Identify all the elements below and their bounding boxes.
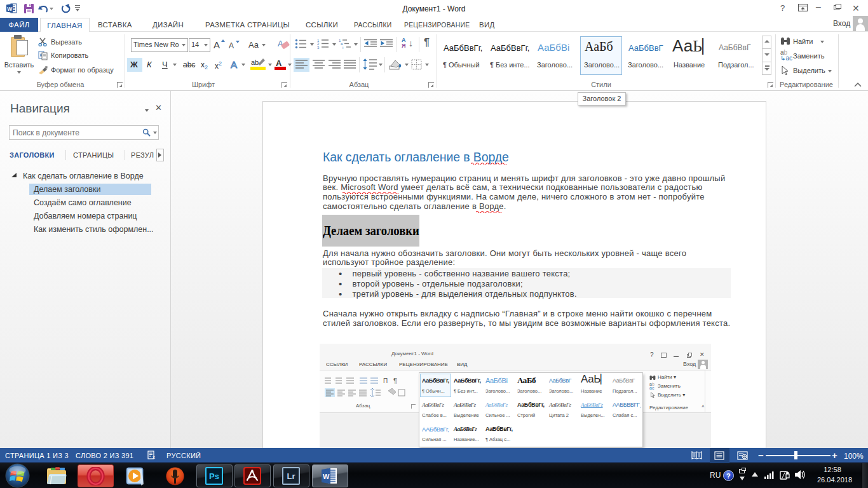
svg-text:x: x (153, 454, 155, 460)
svg-text:¶: ¶ (393, 377, 397, 384)
svg-text:3: 3 (317, 46, 320, 50)
svg-text:W: W (323, 473, 330, 480)
svg-text:?: ? (726, 472, 731, 480)
svg-text:i: i (342, 46, 343, 50)
svg-text:П: П (383, 377, 388, 384)
svg-text:W: W (7, 6, 13, 12)
